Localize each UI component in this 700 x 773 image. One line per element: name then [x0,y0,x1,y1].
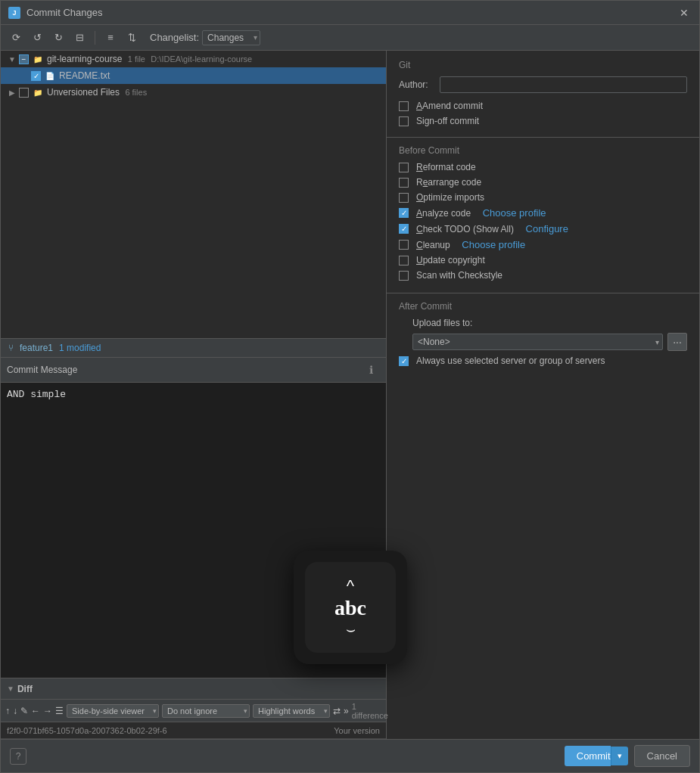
optimize-label[interactable]: Optimize imports [416,192,484,203]
expand-icon-unversioned: ▶ [7,87,17,98]
author-row: Author: [399,76,687,93]
sync-button[interactable]: ⟳ [7,29,25,47]
copyright-label[interactable]: Update copyright [416,255,485,265]
diff-more-btn[interactable]: » [344,703,349,719]
reformat-label[interactable]: Reformat code [416,162,476,172]
diff-file-bar: f2f0-071bf65-1057d0a-2007362-0b02-29f-6 … [1,722,386,739]
abc-smile: ⌣ [346,622,356,637]
after-commit-section: After Commit Upload files to: <None> ▾ ·… [387,293,699,378]
checktodo-row: ✓ Check TODO (Show All) Configure [399,223,687,234]
commit-button-group: Commit ▾ [565,746,628,766]
upload-select-row: <None> ▾ ··· [412,333,687,351]
cleanup-checkbox[interactable] [399,240,409,250]
ignore-select[interactable]: Do not ignore Ignore whitespace [162,704,250,718]
diff-expand-icon[interactable]: ▼ [7,685,14,693]
ignore-select-wrap: Do not ignore Ignore whitespace ▾ [162,704,250,718]
amend-commit-row: AAmend commit [399,101,687,111]
highlight-select-wrap: Highlight words Highlight chars No highl… [253,704,330,718]
diff-up-btn[interactable]: ↑ [5,703,10,719]
expand-all-button[interactable]: ≡ [101,29,120,47]
git-section: Git Author: AAmend commit Sign-off commi… [387,51,699,138]
upload-more-btn[interactable]: ··· [667,333,687,351]
amend-commit-label[interactable]: AAmend commit [416,101,483,111]
copyright-row: Update copyright [399,255,687,265]
sign-off-label[interactable]: Sign-off commit [416,116,479,126]
optimize-checkbox[interactable] [399,193,409,203]
diff-settings-btn[interactable]: ⇄ [333,703,341,719]
author-label: Author: [399,79,434,90]
undo-button[interactable]: ↺ [28,29,46,47]
collapse-all-button[interactable]: ⇅ [123,29,141,47]
diff-your-version: Your version [334,726,380,735]
checkbox-git-learning-course[interactable]: − [19,54,29,64]
close-button[interactable]: ✕ [677,5,692,20]
viewer-select[interactable]: Side-by-side viewer Unified viewer [67,704,159,718]
bottom-bar: ? Commit ▾ Cancel [1,739,699,772]
abc-inner: ^ abc ⌣ [305,562,396,653]
before-commit-title: Before Commit [399,145,687,156]
folder-icon: 📁 [32,53,44,65]
reformat-checkbox[interactable] [399,163,409,172]
sign-off-row: Sign-off commit [399,116,687,126]
commit-msg-info-icon[interactable]: ℹ [362,361,380,379]
changelist-label: Changelist: [150,32,199,43]
diff-edit-btn[interactable]: ✎ [20,703,28,719]
checkbox-unversioned[interactable] [19,88,29,98]
app-icon: J [8,7,20,19]
checkbox-readme[interactable]: ✓ [31,71,41,81]
toolbar: ⟳ ↺ ↻ ⊟ ≡ ⇅ Changelist: Changes ▾ [1,25,699,51]
optimize-row: Optimize imports [399,192,687,203]
analyze-checkbox[interactable]: ✓ [399,208,409,218]
upload-select[interactable]: <None> [412,334,663,350]
author-input[interactable] [440,76,687,93]
diff-down-btn[interactable]: ↓ [13,703,17,719]
analyze-profile-link[interactable]: Choose profile [483,207,546,219]
rearrange-checkbox[interactable] [399,178,409,188]
cleanup-label[interactable]: Cleanup [416,240,450,250]
changelist-select[interactable]: Changes [202,30,260,45]
diff-list-btn[interactable]: ☰ [55,703,64,719]
modified-badge[interactable]: 1 modified [59,343,101,353]
diff-prev-btn[interactable]: ← [31,703,40,719]
commit-message-header: Commit Message ℹ [1,358,386,383]
help-button[interactable]: ? [10,748,26,765]
tree-item-readme[interactable]: ✓ 📄 README.txt [1,67,386,84]
highlight-select[interactable]: Highlight words Highlight chars No highl… [253,704,330,718]
analyze-label[interactable]: Analyze code [416,208,471,219]
checktodo-checkbox[interactable]: ✓ [399,224,409,234]
rearrange-row: Rearrange code [399,177,687,188]
always-use-label[interactable]: Always use selected server or group of s… [416,355,605,366]
sign-off-checkbox[interactable] [399,116,409,126]
tree-label-unversioned: Unversioned Files 6 files [47,87,147,98]
checkstyle-row: Scan with Checkstyle [399,270,687,281]
expand-icon: ▼ [7,54,17,64]
after-commit-title: After Commit [399,301,687,312]
group-button[interactable]: ⊟ [70,29,89,47]
tree-label-readme: README.txt [59,70,110,81]
checkstyle-label[interactable]: Scan with Checkstyle [416,270,502,281]
copyright-checkbox[interactable] [399,256,409,265]
changelist-wrapper: Changes ▾ [202,30,260,45]
tree-item-git-learning-course[interactable]: ▼ − 📁 git-learning-course 1 file D:\IDEA… [1,51,386,67]
checkstyle-checkbox[interactable] [399,271,409,281]
rearrange-label[interactable]: Rearrange code [416,177,481,188]
refresh-button[interactable]: ↻ [49,29,67,47]
tree-item-unversioned[interactable]: ▶ 📁 Unversioned Files 6 files [1,84,386,101]
checktodo-label[interactable]: Check TODO (Show All) [416,224,514,234]
commit-dropdown-icon: ▾ [618,751,622,761]
cancel-button[interactable]: Cancel [634,745,690,767]
diff-next-btn[interactable]: → [43,703,52,719]
commit-dropdown-button[interactable]: ▾ [611,747,628,765]
always-use-checkbox[interactable]: ✓ [399,356,409,366]
cleanup-row: Cleanup Choose profile [399,239,687,250]
diff-file-hash: f2f0-071bf65-1057d0a-2007362-0b02-29f-6 [7,726,167,735]
toolbar-separator [95,31,95,45]
branch-name[interactable]: feature1 [20,343,53,353]
folder-icon-unversioned: 📁 [32,86,44,98]
configure-link[interactable]: Configure [526,223,568,234]
cleanup-profile-link[interactable]: Choose profile [462,239,525,250]
amend-commit-checkbox[interactable] [399,101,409,111]
upload-label: Upload files to: [412,318,472,328]
diff-header: ▼ Diff [1,678,386,700]
commit-button[interactable]: Commit [565,746,611,766]
